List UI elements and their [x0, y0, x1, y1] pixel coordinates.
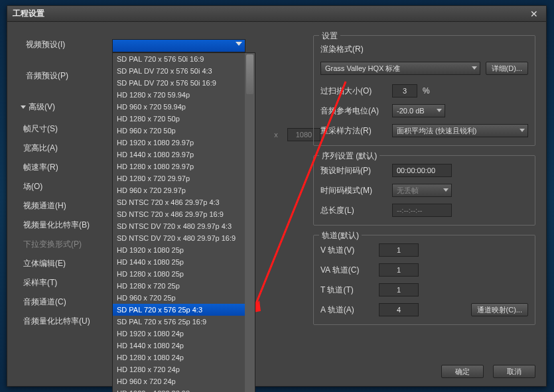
settings-legend: 设置 [319, 31, 340, 42]
dropdown-item[interactable]: HD 1920 x 1080 29.97p [113, 137, 246, 149]
ok-button[interactable]: 确定 [441, 365, 484, 378]
dialog-title: 工程设置 [13, 8, 44, 19]
nav-video-preset[interactable]: 视频预设(I) [21, 35, 107, 54]
nav-video-channel[interactable]: 视频通道(H) [21, 196, 107, 216]
chevron-down-icon [443, 188, 449, 192]
overscan-label: 过扫描大小(O) [320, 86, 387, 97]
sequence-fieldset: 序列设置 (默认) 预设时间码(P) 00:00:00:00 时间码模式(M) … [313, 155, 535, 226]
titlebar: 工程设置 ✕ [7, 6, 546, 22]
t-track-input[interactable] [379, 283, 419, 296]
close-icon[interactable]: ✕ [527, 9, 541, 19]
nav-sample-rate[interactable]: 采样率(T) [21, 273, 107, 293]
nav-audio-preset[interactable]: 音频预设(P) [21, 66, 107, 86]
v-track-input[interactable] [379, 243, 419, 257]
dropdown-item[interactable]: HD 1280 x 1080 29.97p [113, 161, 246, 172]
percent-label: % [423, 86, 430, 96]
dropdown-item[interactable]: SD NTSC 720 x 486 29.97p 4:3 [113, 196, 246, 208]
dropdown-list[interactable]: SD PAL 720 x 576 50i 16:9SD PAL DV 720 x… [113, 53, 246, 392]
dropdown-item[interactable]: HD 960 x 720 25p [113, 292, 246, 304]
dropdown-item[interactable]: HD 1280 x 720 25p [113, 280, 246, 292]
cancel-button[interactable]: 取消 [493, 365, 535, 378]
bg-x: x [271, 128, 281, 141]
render-format-label: 渲染格式(R) [320, 44, 364, 55]
dropdown-item[interactable]: HD 960 x 720 29.97p [113, 184, 246, 196]
nav-aspect[interactable]: 宽高比(A) [21, 139, 107, 158]
dropdown-item[interactable]: HD 1920 x 1080 23.98p [113, 387, 246, 392]
dropdown-item[interactable]: HD 1280 x 720 59.94p [113, 89, 246, 101]
channel-map-button[interactable]: 通道映射(C)... [471, 303, 528, 316]
dropdown-item[interactable]: HD 1920 x 1080 24p [113, 328, 246, 340]
resample-label: 重采样方法(R) [320, 125, 387, 137]
video-preset-combobox[interactable] [112, 39, 245, 52]
detail-button[interactable]: 详细(D)... [486, 62, 528, 75]
tc-mode-label: 时间码模式(M) [320, 185, 387, 196]
tc-mode-select: 无丢帧 [392, 184, 452, 197]
preset-tc-field[interactable]: 00:00:00:00 [392, 164, 452, 177]
nav-frame-size[interactable]: 帧尺寸(S) [21, 119, 107, 139]
total-len-field: --:--:--:-- [392, 204, 452, 217]
overscan-input[interactable] [392, 84, 417, 98]
chevron-down-icon [21, 105, 26, 109]
dropdown-item[interactable]: SD NTSC DV 720 x 480 29.97p 16:9 [113, 232, 246, 244]
dropdown-item[interactable]: HD 1280 x 720 29.97p [113, 172, 246, 184]
a-track-label: A 轨道(A) [320, 304, 374, 316]
dropdown-item[interactable]: SD PAL DV 720 x 576 50i 4:3 [113, 65, 246, 77]
dropdown-item[interactable]: HD 1280 x 1080 24p [113, 352, 246, 363]
dropdown-item[interactable]: HD 1440 x 1080 24p [113, 340, 246, 352]
dropdown-item[interactable]: SD NTSC 720 x 486 29.97p 16:9 [113, 208, 246, 220]
resample-select[interactable]: 面积平均法 (快速且锐利) [392, 124, 528, 137]
tracks-legend: 轨道(默认) [319, 230, 362, 241]
scrollbar[interactable] [245, 53, 255, 392]
dropdown-item[interactable]: SD PAL DV 720 x 576 50i 16:9 [113, 77, 246, 89]
dropdown-item[interactable]: HD 960 x 720 50p [113, 125, 246, 137]
dropdown-item[interactable]: HD 960 x 720 59.94p [113, 101, 246, 113]
dropdown-item[interactable]: SD PAL 720 x 576 25p 4:3 [113, 304, 246, 316]
nav-video-quant[interactable]: 视频量化比特率(B) [21, 216, 107, 235]
dropdown-item[interactable]: SD PAL 720 x 576 25p 16:9 [113, 316, 246, 328]
va-track-input[interactable] [379, 263, 419, 277]
nav-field[interactable]: 场(O) [21, 177, 107, 196]
nav-advanced-children: 帧尺寸(S) 宽高比(A) 帧速率(R) 场(O) 视频通道(H) 视频量化比特… [21, 119, 107, 331]
a-track-input[interactable] [379, 303, 419, 316]
dropdown-item[interactable]: HD 1440 x 1080 25p [113, 256, 246, 268]
scrollbar-thumb[interactable] [246, 54, 253, 94]
dropdown-item[interactable]: HD 1440 x 1080 29.97p [113, 149, 246, 161]
nav-audio-quant[interactable]: 音频量化比特率(U) [21, 312, 107, 331]
project-settings-dialog: 工程设置 ✕ 视频预设(I) 音频预设(P) 高级(V) 帧尺寸(S) 宽高比(… [7, 5, 547, 387]
settings-fieldset: 设置 渲染格式(R) Grass Valley HQX 标准 详细(D)... … [313, 35, 535, 146]
nav-audio-channel[interactable]: 音频通道(C) [21, 293, 107, 312]
chevron-down-icon [519, 129, 525, 132]
dropdown-item[interactable]: HD 960 x 720 24p [113, 375, 246, 387]
dropdown-item[interactable]: SD NTSC DV 720 x 480 29.97p 4:3 [113, 220, 246, 232]
dropdown-item[interactable]: HD 1280 x 720 50p [113, 113, 246, 125]
sequence-legend: 序列设置 (默认) [319, 151, 380, 162]
dropdown-item[interactable]: SD PAL 720 x 576 50i 16:9 [113, 53, 246, 65]
right-panel: 设置 渲染格式(R) Grass Valley HQX 标准 详细(D)... … [313, 35, 535, 334]
v-track-label: V 轨道(V) [320, 245, 374, 256]
nav-frame-rate[interactable]: 帧速率(R) [21, 158, 107, 177]
video-preset-dropdown: SD PAL 720 x 576 50i 16:9SD PAL DV 720 x… [112, 52, 255, 392]
chevron-down-icon [236, 42, 242, 46]
sidebar-nav: 视频预设(I) 音频预设(P) 高级(V) 帧尺寸(S) 宽高比(A) 帧速率(… [21, 35, 107, 331]
audio-ref-label: 音频参考电位(A) [320, 105, 387, 117]
footer-buttons: 确定 取消 [441, 365, 535, 378]
nav-advanced[interactable]: 高级(V) [21, 98, 107, 117]
t-track-label: T 轨道(T) [320, 285, 374, 296]
va-track-label: VA 轨道(C) [320, 265, 374, 276]
render-format-select[interactable]: Grass Valley HQX 标准 [320, 62, 480, 75]
nav-pulldown: 下拉变换形式(P) [21, 235, 107, 254]
nav-stereo[interactable]: 立体编辑(E) [21, 254, 107, 273]
chevron-down-icon [472, 66, 477, 70]
audio-ref-select[interactable]: -20.0 dB [392, 104, 445, 117]
tracks-fieldset: 轨道(默认) V 轨道(V) VA 轨道(C) T 轨道(T) A 轨道(A) [313, 235, 535, 325]
preset-tc-label: 预设时间码(P) [320, 165, 387, 176]
dropdown-item[interactable]: HD 1280 x 720 24p [113, 363, 246, 375]
dropdown-item[interactable]: HD 1920 x 1080 25p [113, 244, 246, 256]
chevron-down-icon [437, 109, 442, 112]
total-len-label: 总长度(L) [320, 205, 387, 216]
dropdown-item[interactable]: HD 1280 x 1080 25p [113, 268, 246, 280]
